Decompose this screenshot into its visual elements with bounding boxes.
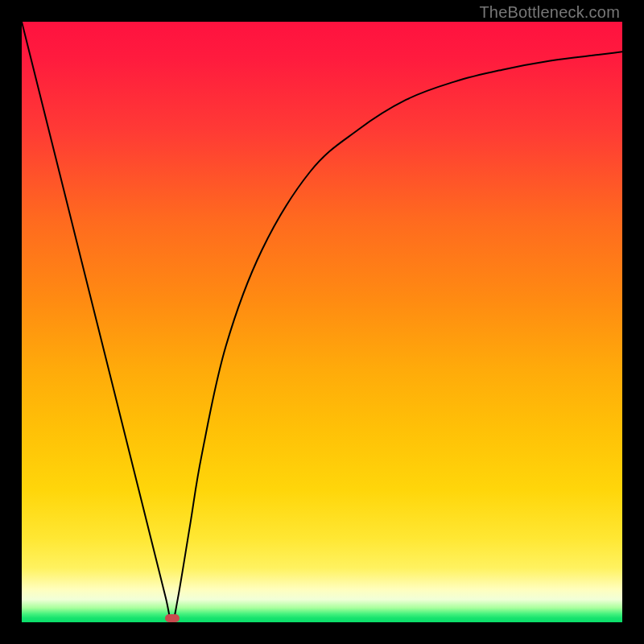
min-marker	[165, 614, 180, 622]
bottleneck-curve	[22, 22, 622, 622]
chart-frame: TheBottleneck.com	[0, 0, 644, 644]
plot-area	[22, 22, 622, 622]
watermark-text: TheBottleneck.com	[479, 3, 620, 22]
curve-path	[22, 22, 622, 622]
